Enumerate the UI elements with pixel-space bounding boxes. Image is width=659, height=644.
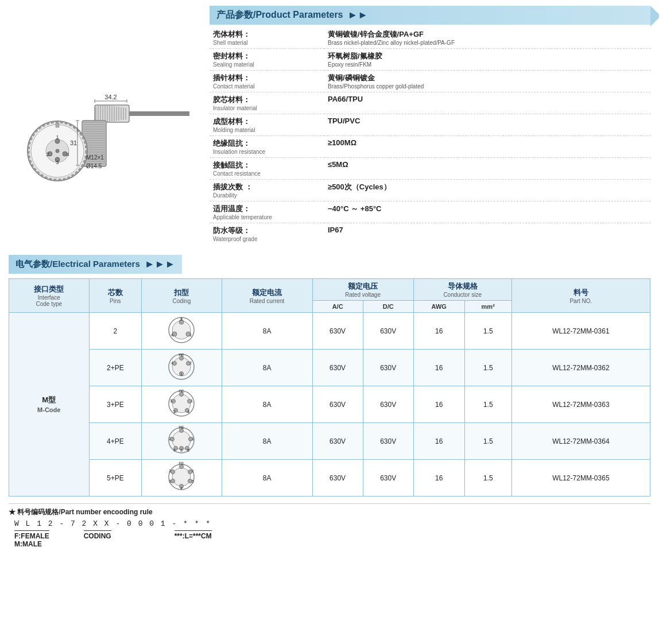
param-row: 密封材料： Sealing material 环氧树脂/氟橡胶 Epoxy re…	[210, 49, 650, 71]
param-label: 胶芯材料： Insulator material	[210, 92, 324, 114]
current-cell: 8A	[222, 350, 312, 386]
current-cell: 8A	[222, 460, 312, 496]
coding-diagram-cell: PE 1 5 4 2 3	[142, 423, 222, 460]
param-value: IP67	[324, 223, 650, 245]
param-label: 接触阻抗： Contact resistance	[210, 158, 324, 180]
th-pins: 芯数 Pins	[89, 279, 142, 313]
svg-text:2: 2	[173, 410, 176, 414]
dc-cell: 630V	[363, 460, 413, 496]
th-current: 额定电流 Rated current	[222, 279, 312, 313]
param-row: 插拔次数 ： Durability ≥500次（Cycles）	[210, 180, 650, 201]
ac-cell: 630V	[312, 460, 363, 496]
param-value: TPU/PVC	[324, 114, 650, 136]
svg-text:1: 1	[191, 399, 193, 403]
annotation-length: ***:L=***CM	[175, 530, 212, 540]
param-row: 成型材料： Molding material TPU/PVC	[210, 114, 650, 136]
svg-text:5: 5	[192, 479, 194, 483]
current-cell: 8A	[222, 423, 312, 460]
connector-diagram-svg: 1 2 4 3 34.2 31 M12×1 Ø14.5	[20, 45, 192, 205]
electrical-params-title: 电气参数/Electrical Parameters	[15, 259, 140, 270]
param-value: ≤5MΩ	[324, 158, 650, 180]
param-label: 防水等级： Waterproof grade	[210, 223, 324, 245]
table-row: 2+PE PE 2 4 1 8A 630V 630V 16 1.5 WL12-7…	[9, 350, 650, 386]
svg-text:1: 1	[189, 332, 192, 337]
svg-text:3: 3	[180, 448, 183, 452]
param-row: 插针材料： Contact material 黄铜/磷铜镀金 Brass/Pho…	[210, 71, 650, 92]
awg-cell: 16	[413, 313, 464, 350]
param-value: −40°C ～ +85°C	[324, 201, 650, 223]
table-row: 4+PE PE 1 5 4 2 3 8A 630V 630V 16 1.5 WL…	[9, 423, 650, 460]
svg-text:1: 1	[192, 469, 194, 473]
partno-cell: WL12-72MM-0361	[511, 313, 650, 350]
param-value: 黄铜镀镍/锌合金度镍/PA+GF Brass nickel-plated/Zin…	[324, 27, 650, 49]
product-params-header: 产品参数/Product Parameters ►►	[210, 6, 650, 25]
coding-rule-title: ★ 料号编码规格/Part number encooding rule	[9, 507, 650, 517]
mm2-cell: 1.5	[464, 423, 511, 460]
product-params: 产品参数/Product Parameters ►► 壳体材料： Shell m…	[210, 6, 650, 245]
param-row: 接触阻抗： Contact resistance ≤5MΩ	[210, 158, 650, 180]
thread-label: M12×1	[86, 154, 104, 161]
svg-text:4: 4	[180, 486, 183, 490]
awg-cell: 16	[413, 350, 464, 386]
svg-text:3: 3	[56, 160, 59, 165]
pins-cell: 4+PE	[89, 423, 142, 460]
coding-diagram-cell: PE 1 5 4 3 2	[142, 460, 222, 496]
awg-cell: 16	[413, 423, 464, 460]
top-section: 1 2 4 3 34.2 31 M12×1 Ø14.5 产品参数/Product…	[9, 6, 650, 245]
partno-cell: WL12-72MM-0362	[511, 350, 650, 386]
coding-diagram-cell: PE 1 4 2 3	[142, 386, 222, 423]
mm2-cell: 1.5	[464, 386, 511, 423]
svg-rect-45	[56, 123, 59, 127]
svg-text:3: 3	[170, 399, 172, 403]
coding-annotations: F:FEMALE M:MALE CODING ***:L=***CM	[9, 530, 650, 548]
th-partno: 料号 Part NO.	[511, 279, 650, 313]
param-value: 黄铜/磷铜镀金 Brass/Phosphorus copper gold-pla…	[324, 71, 650, 92]
interface-cell: M型M-Code	[9, 313, 90, 496]
current-cell: 8A	[222, 386, 312, 423]
svg-text:2: 2	[169, 469, 171, 473]
table-row: 3+PE PE 1 4 2 3 8A 630V 630V 16 1.5 WL12…	[9, 386, 650, 423]
dc-cell: 630V	[363, 350, 413, 386]
th-mm2: mm²	[464, 301, 511, 313]
ac-cell: 630V	[312, 313, 363, 350]
param-value: 环氧树脂/氟橡胶 Epoxy resin/FKM	[324, 49, 650, 71]
param-row: 绝缘阻抗： Insulation resistance ≥100MΩ	[210, 136, 650, 158]
product-params-title: 产品参数/Product Parameters	[216, 9, 343, 21]
param-row: 壳体材料： Shell material 黄铜镀镍/锌合金度镍/PA+GF Br…	[210, 27, 650, 49]
th-conductor: 导体规格 Conductor size	[413, 279, 511, 301]
svg-text:3: 3	[169, 479, 171, 483]
electrical-params-header: 电气参数/Electrical Parameters ►►►	[9, 255, 182, 274]
svg-point-105	[172, 468, 191, 486]
partno-cell: WL12-72MM-0363	[511, 386, 650, 423]
table-row: 5+PE PE 1 5 4 3 2 8A 630V 630V 16 1.5 WL…	[9, 460, 650, 496]
svg-text:4: 4	[187, 410, 189, 414]
param-label: 成型材料： Molding material	[210, 114, 324, 136]
svg-text:4: 4	[171, 361, 173, 365]
dc-cell: 630V	[363, 313, 413, 350]
svg-text:4: 4	[66, 152, 69, 157]
annotation-fm: F:FEMALE M:MALE	[14, 530, 49, 548]
pins-cell: 3+PE	[89, 386, 142, 423]
th-coding: 扣型 Coding	[142, 279, 222, 313]
svg-point-110	[171, 479, 175, 483]
dim-342: 34.2	[104, 94, 117, 100]
params-table: 壳体材料： Shell material 黄铜镀镍/锌合金度镍/PA+GF Br…	[210, 27, 650, 245]
param-label: 绝缘阻抗： Insulation resistance	[210, 136, 324, 158]
ac-cell: 630V	[312, 386, 363, 423]
param-label: 壳体材料： Shell material	[210, 27, 324, 49]
pins-cell: 2	[89, 313, 142, 350]
param-value: ≥500次（Cycles）	[324, 180, 650, 201]
th-dc: D/C	[363, 301, 413, 313]
svg-text:1: 1	[56, 134, 59, 140]
partno-cell: WL12-72MM-0365	[511, 460, 650, 496]
electrical-data-table: 接口类型 InterfaceCode type 芯数 Pins 扣型 Codin…	[9, 278, 650, 496]
param-label: 适用温度： Applicable temperature	[210, 201, 324, 223]
svg-text:1: 1	[192, 437, 194, 441]
svg-text:1: 1	[180, 373, 183, 377]
coding-rule-line: W L 1 2 - 7 2 X X - 0 0 0 1 - * * *	[14, 519, 650, 528]
svg-text:4: 4	[171, 332, 174, 337]
pins-cell: 5+PE	[89, 460, 142, 496]
param-label: 密封材料： Sealing material	[210, 49, 324, 71]
table-row: M型M-Code 2 2 4 1 8A 630V 630V 16 1.5 WL1…	[9, 313, 650, 350]
th-ac: A/C	[312, 301, 363, 313]
